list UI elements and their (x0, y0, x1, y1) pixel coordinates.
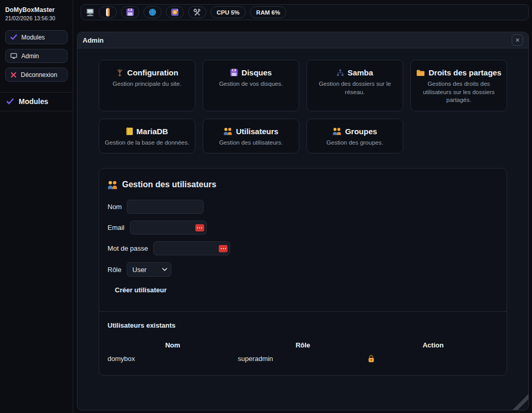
thermometer-button[interactable] (99, 6, 117, 18)
sidebar-button-label: Déconnexion (21, 71, 57, 79)
main-area: CPU 5% RAM 6% Admin ✕ (73, 0, 532, 413)
sidebar-button-label: Modules (21, 34, 45, 41)
floppy-disk-icon (126, 8, 134, 16)
panel-heading: Gestion des utilisateurs (108, 180, 498, 189)
card-subtitle: Gestions des droits des utilisateurs sur… (415, 80, 502, 105)
network-button[interactable] (143, 6, 162, 18)
ellipsis-dots (221, 248, 222, 249)
sidebar: DoMyBoxMaster 21/02/2026 13:56:30 Module… (0, 0, 73, 413)
email-input-wrap (130, 221, 207, 235)
check-icon (10, 34, 17, 40)
sidebar-button-modules[interactable]: Modules (5, 30, 68, 44)
card-title-row: MariaDB (103, 127, 191, 136)
ellipsis-dots (197, 227, 198, 228)
column-header-nom: Nom (108, 341, 238, 349)
card-subtitle: Gestion principale du site. (103, 80, 191, 88)
bare-tree-icon (116, 68, 124, 77)
brand-title: DoMyBoxMaster (5, 6, 68, 14)
tools-icon (193, 8, 201, 16)
window-header[interactable]: Admin ✕ (77, 32, 528, 48)
datetime-display: 21/02/2026 13:56:30 (5, 15, 68, 21)
field-row-email: Email (108, 221, 498, 235)
ledger-icon (126, 127, 133, 135)
nom-input-wrap (127, 200, 204, 214)
sidebar-section-modules: Modules (5, 93, 68, 111)
nom-input[interactable] (127, 200, 204, 214)
folder-icon (416, 69, 425, 76)
card-title-row: Disques (207, 68, 295, 77)
password-manager-icon[interactable] (219, 245, 228, 252)
user-management-panel: Gestion des utilisateurs Nom Email (99, 168, 507, 376)
app-root: DoMyBoxMaster 21/02/2026 13:56:30 Module… (0, 0, 532, 413)
card-title-row: Droits des partages (415, 68, 502, 77)
disk-button[interactable] (121, 6, 139, 18)
card-subtitle: Gestion des utilisateurs. (207, 139, 295, 147)
card-title: MariaDB (137, 127, 168, 136)
sidebar-divider (0, 111, 73, 111)
card-samba[interactable]: Samba Gestion des dossiers sur le réseau… (307, 60, 403, 111)
card-title-row: Utilisateurs (207, 127, 295, 136)
password-label: Mot de passe (108, 244, 148, 252)
card-title: Disques (242, 68, 272, 77)
card-disques[interactable]: Disques Gestion de vos disques. (203, 60, 299, 111)
sidebar-button-deconnexion[interactable]: Déconnexion (5, 68, 68, 82)
card-title: Samba (348, 68, 373, 77)
computer-icon[interactable] (86, 8, 95, 17)
user-row-nom: domybox (108, 355, 238, 363)
card-configuration[interactable]: Configuration Gestion principale du site… (99, 60, 195, 111)
users-table-heading: Utilisateurs existants (108, 321, 498, 329)
card-droits-des-partages[interactable]: Droits des partages Gestions des droits … (410, 60, 507, 111)
floppy-disk-icon (230, 69, 238, 76)
field-row-nom: Nom (108, 200, 498, 214)
field-row-password: Mot de passe (108, 241, 498, 255)
card-title-row: Samba (311, 68, 398, 77)
card-title: Configuration (127, 68, 178, 77)
cpu-usage-pill: CPU 5% (210, 6, 246, 18)
monitor-icon (10, 53, 17, 59)
lock-icon[interactable] (368, 355, 375, 363)
close-icon: ✕ (515, 37, 520, 44)
topbar: CPU 5% RAM 6% (81, 4, 529, 20)
close-button[interactable]: ✕ (512, 34, 523, 46)
create-user-button[interactable]: Créer utilisateur (115, 286, 167, 294)
card-subtitle: Gestion de la base de données. (103, 139, 191, 147)
user-row-role: superadmin (238, 355, 368, 363)
card-mariadb[interactable]: MariaDB Gestion de la base de données. (99, 119, 195, 154)
role-select-wrap: User (127, 262, 171, 277)
role-select[interactable]: User (127, 262, 171, 277)
users-icon (108, 180, 117, 189)
services-button[interactable] (188, 6, 206, 18)
panel-heading-label: Gestion des utilisateurs (122, 180, 216, 189)
user-row-action (368, 355, 498, 363)
admin-window: Admin ✕ Configuration (77, 32, 529, 410)
window-title: Admin (83, 36, 103, 44)
users-icon (332, 127, 341, 135)
module-cards-grid: Configuration Gestion principale du site… (99, 60, 507, 153)
card-subtitle: Gestion des dossiers sur le réseau. (311, 80, 398, 96)
card-subtitle: Gestion de vos disques. (207, 80, 295, 88)
card-groupes[interactable]: Groupes Gestion des groupes. (307, 119, 403, 154)
thermometer-icon (105, 8, 110, 17)
sidebar-button-admin[interactable]: Admin (5, 49, 68, 63)
ram-usage-label: RAM 6% (256, 9, 280, 16)
users-table: Nom Rôle Action domybox superadmin (108, 341, 498, 363)
password-input-wrap (153, 241, 230, 255)
card-utilisateurs[interactable]: Utilisateurs Gestion des utilisateurs. (203, 119, 299, 154)
card-title-row: Configuration (103, 68, 191, 77)
users-icon (223, 127, 232, 135)
card-title: Groupes (345, 127, 377, 136)
card-subtitle: Gestion des groupes. (311, 139, 398, 147)
sidebar-section-label: Modules (19, 97, 48, 106)
email-label: Email (108, 224, 125, 231)
minidisc-icon (171, 8, 179, 16)
password-manager-icon[interactable] (195, 224, 204, 231)
window-body: Configuration Gestion principale du site… (77, 48, 528, 410)
ram-usage-pill: RAM 6% (250, 6, 286, 18)
card-title-row: Groupes (311, 127, 398, 136)
x-icon (10, 72, 17, 78)
network-icon (337, 69, 344, 76)
media-button[interactable] (166, 6, 184, 18)
card-title: Droits des partages (429, 68, 501, 77)
resize-handle[interactable] (512, 393, 528, 410)
role-label: Rôle (108, 266, 122, 274)
